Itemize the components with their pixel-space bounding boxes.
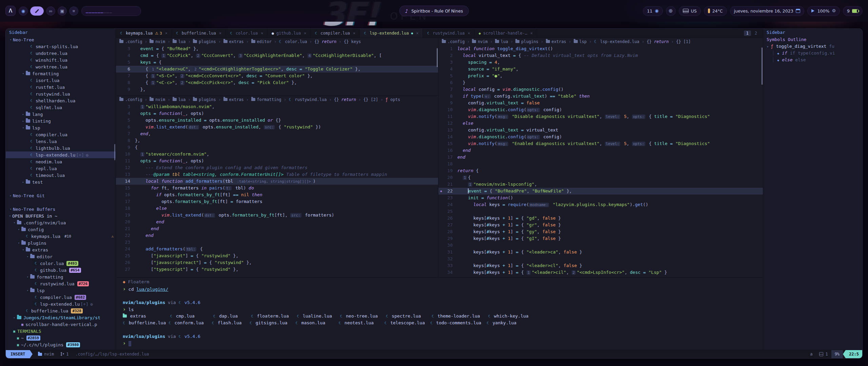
tab-scrollbar-handle-[interactable]: ◆scrollbar-handle-…× <box>474 29 537 38</box>
terminal-line[interactable]: › <box>123 340 763 347</box>
tree-item[interactable]: ▸test <box>6 179 116 185</box>
tree-item[interactable]: ☾rustywind.lua <box>6 90 116 97</box>
module-network-globe[interactable] <box>666 6 676 16</box>
tree-item[interactable]: ☾compiler.lua <box>6 131 116 138</box>
module-volume[interactable]: 100% <box>807 6 840 16</box>
tree-section-header[interactable]: ▣TERMINALS <box>6 328 116 334</box>
code-line[interactable]: 9 }, <box>116 86 438 93</box>
tree-item[interactable]: ☾neodim.lua <box>6 158 116 165</box>
code-line[interactable]: 15 vim.notify(msg: "Enabled diagnostics … <box>438 140 763 147</box>
tab-bufferline-lua[interactable]: ☾bufferline.lua× <box>172 29 226 38</box>
close-icon[interactable]: × <box>165 31 167 36</box>
workspace-edit[interactable] <box>30 6 44 16</box>
outline-item[interactable]: ▾ ƒ toggle_diag_virtext fu <box>763 43 862 50</box>
tab-github-lua[interactable]: ●github.lua× <box>268 29 311 38</box>
code-line[interactable]: 13 ---@param tbl table<string, conform.F… <box>116 171 438 178</box>
code-line[interactable]: 30 <box>438 242 763 249</box>
code-line[interactable]: 11 vim.notify(msg: "Disable diagnostics … <box>438 113 763 120</box>
code-line[interactable]: 6 { 1"<leader>uC", 2"<cmd>CccHighlighter… <box>116 66 438 73</box>
code-line[interactable]: 26 ["javascriptreact"] = { "rustywind" }… <box>116 259 438 266</box>
code-line[interactable]: 24 local keys = require(modname: "lazyvi… <box>438 201 763 208</box>
tree-section-header[interactable]: ▾Neo-Tree Buffers <box>6 206 116 212</box>
code-line[interactable]: 14 vim.diagnostic.config(opts: config) <box>438 134 763 140</box>
close-icon[interactable]: × <box>416 31 418 36</box>
code-line[interactable]: 19 vim.list_extend(dst: opts.formatters_… <box>116 212 438 219</box>
code-line[interactable]: 29 keys[#keys + 1] = { "gI", false } <box>438 235 763 242</box>
tree-item[interactable]: ▾editor <box>6 253 116 260</box>
tree-item[interactable]: ▸linting <box>6 118 116 124</box>
code-line[interactable]: 26 keys[#keys + 1] = { "gd", false } <box>438 215 763 222</box>
code-line[interactable]: 3 event = { "BufRead" }, <box>116 45 438 52</box>
tree-item[interactable]: ☾lsp-extended.lu [+]◎ <box>6 301 116 307</box>
code-line[interactable]: 2 local virtual_text = { -- Default virt… <box>438 52 763 59</box>
code-line[interactable]: 23 init = function() <box>438 195 763 201</box>
tree-item[interactable]: ▾lsp <box>6 124 116 131</box>
editor-pane-rustywind-lua[interactable]: .config › nvim › lua › plugins › extras … <box>116 96 438 277</box>
tree-item[interactable]: ☾worktree.lua <box>6 63 116 70</box>
code-line[interactable]: 4 source = "if_many", <box>438 66 763 73</box>
code-line[interactable]: 17 opts.formatters_by_ft[ft] = formatter… <box>116 198 438 205</box>
tree-item[interactable]: ☾repl.lua <box>6 165 116 172</box>
code-line[interactable]: 13 config.virtual_text = virtual_text <box>438 127 763 134</box>
tree-item[interactable]: ☾lsp-extended.lu [+]◎ <box>6 151 116 158</box>
code-line[interactable]: 18 else <box>116 205 438 212</box>
tree-item[interactable]: ☾timeout.lua <box>6 172 116 179</box>
tree-item[interactable]: ▾OPEN BUFFERS in ~ <box>6 212 116 219</box>
close-icon[interactable]: × <box>219 31 221 36</box>
code-line[interactable]: 25 ["javascript"] = { "rustywind" }, <box>116 252 438 259</box>
code-line[interactable]: 1local function toggle_diag_virtext() <box>438 45 763 52</box>
code-line[interactable]: 34 keys[#keys + 1] = { 1"<leader>cil", 2… <box>438 269 763 276</box>
code-line[interactable]: 23 <box>116 239 438 246</box>
terminal-line[interactable]: ☾ bufferline.lua ☾ conform.lua ☾ flash.l… <box>123 320 763 326</box>
code-line[interactable]: 24 add_formatters(tbl: { <box>116 246 438 252</box>
close-icon[interactable]: × <box>261 31 263 36</box>
tree-item[interactable]: ▾.config/nvim/lua <box>6 219 116 226</box>
tree-item[interactable]: ☾isort.lua <box>6 77 116 84</box>
code-line[interactable]: 27 keys[#keys + 1] = { "gr", false } <box>438 222 763 228</box>
terminal-line[interactable]: › cd lua/plugins/ <box>123 286 763 292</box>
tabpage-2[interactable]: 2 <box>752 30 760 36</box>
tree-item[interactable]: ▸Juegos/Indies/SteamLibrary/st <box>6 314 116 321</box>
tree-section-header[interactable]: ▸Neo-Tree Git <box>6 192 116 199</box>
outline-item[interactable]: │ ◈ else else <box>763 57 862 63</box>
tree-item[interactable]: ▾formatting <box>6 70 116 77</box>
tree-item[interactable]: ▾lsp <box>6 287 116 294</box>
code-line[interactable]: 7 { 1"<S-C>", 2"<cmd>CccConvert<cr>", de… <box>116 73 438 79</box>
tree-item[interactable]: ☾keymaps.lua#10⚠ <box>6 233 116 240</box>
tree-item[interactable]: ▾extras <box>6 246 116 253</box>
code-line[interactable]: 12 --- Extend the conform plugin config … <box>116 164 438 171</box>
tree-item[interactable]: ☾lens.lua <box>6 138 116 145</box>
terminal-line[interactable]: extras ☾ cmp.lua ☾ dap.lua ☾ floaterm.lu… <box>123 313 763 320</box>
pane-scrollbar-handle[interactable] <box>437 48 438 67</box>
code-line[interactable]: 10 1"stevearc/conform.nvim", <box>116 151 438 158</box>
floaterm-panel[interactable]: ◈ Floaterm › cd lua/plugins/nvim/lua/plu… <box>116 277 763 350</box>
code-line[interactable]: 8 { 1"<C-c>", 2"<cmd>CccPick<cr>", desc … <box>116 79 438 86</box>
code-line[interactable]: 17end <box>438 154 763 161</box>
code-line[interactable]: 22 end <box>116 232 438 239</box>
code-line[interactable]: 4 opts = function(_, opts) <box>116 110 438 117</box>
code-line[interactable]: 31 keys[#keys + 1] = { "<leader>ca", fal… <box>438 249 763 256</box>
close-icon[interactable]: × <box>353 31 355 36</box>
code-line[interactable]: 25 <box>438 208 763 215</box>
terminal-line[interactable] <box>123 326 763 333</box>
code-line[interactable]: 5 prefix = "●", <box>438 73 763 79</box>
code-line[interactable]: 21 end <box>116 225 438 232</box>
code-line[interactable]: 5 opts.ensure_installed = opts.ensure_in… <box>116 117 438 124</box>
close-icon[interactable]: × <box>468 31 470 36</box>
code-line[interactable]: 27 ["typescript"] = { "rustywind" }, <box>116 266 438 273</box>
code-line[interactable]: 7 local config = vim.diagnostic.config() <box>438 86 763 93</box>
code-line[interactable]: 6 } <box>438 79 763 86</box>
code-line[interactable]: 32 <box>438 256 763 262</box>
close-icon[interactable]: × <box>304 31 306 36</box>
tree-item[interactable]: ▣~/.c/n/l/plugins#3980 <box>6 341 116 348</box>
terminal-line[interactable]: nvim/lua/plugins via ☾ v5.4.6 <box>123 299 763 306</box>
code-line[interactable]: 19return { <box>438 167 763 174</box>
terminal-line[interactable]: nvim/lua/plugins via ☾ v5.4.6 <box>123 333 763 340</box>
code-line[interactable]: 6 vim.list_extend(dst: opts.ensure_insta… <box>116 124 438 130</box>
module-window-count[interactable]: 11 <box>643 6 663 16</box>
terminal-line[interactable] <box>123 292 763 299</box>
tree-item[interactable]: ▾plugins <box>6 240 116 246</box>
workspace-apps[interactable]: ▣ <box>58 6 67 16</box>
code-line[interactable]: 12 else <box>438 120 763 127</box>
workspace-notes[interactable]: ≡ <box>69 6 78 16</box>
